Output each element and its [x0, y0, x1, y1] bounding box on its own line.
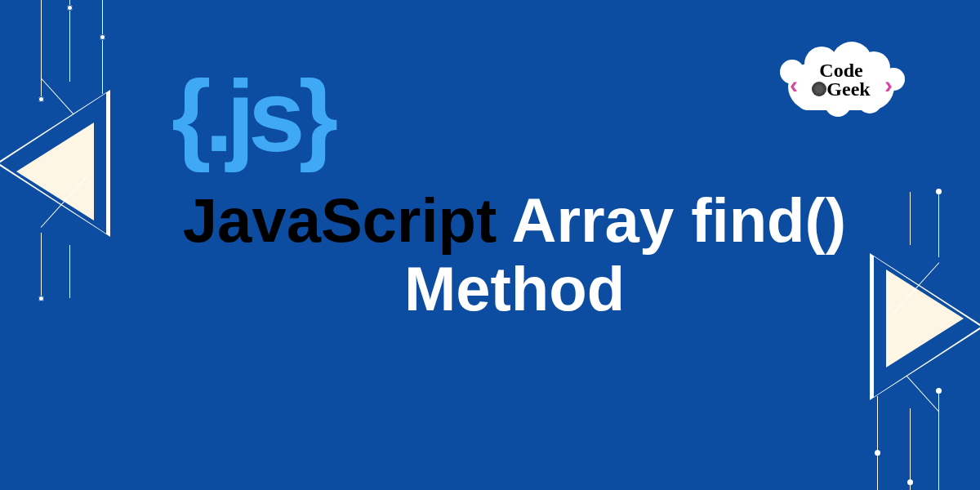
- decorative-geometry-top-left: [0, 0, 163, 310]
- deco-line: [41, 0, 42, 98]
- deco-dot: [907, 479, 913, 485]
- deco-dot: [936, 189, 942, 194]
- triangle-fill-icon: [16, 122, 94, 220]
- deco-line: [102, 0, 103, 94]
- angle-bracket-right-icon: ›: [884, 71, 893, 99]
- deco-dot: [38, 296, 44, 301]
- codeforgeek-cloud-logo: ‹ Code Geek ›: [768, 37, 915, 135]
- logo-word-geek: Geek: [796, 80, 886, 99]
- deco-line: [938, 392, 939, 490]
- heading-line-2: Method: [147, 253, 882, 324]
- deco-dot: [936, 388, 942, 394]
- deco-line: [69, 245, 70, 298]
- main-heading: JavaScript Array find() Method: [147, 188, 882, 324]
- deco-dot: [67, 5, 73, 11]
- cloud-logo-text: ‹ Code Geek ›: [796, 61, 886, 99]
- deco-dot: [38, 96, 44, 102]
- deco-dot: [875, 450, 880, 456]
- heading-array-find-word: Array find(): [497, 185, 846, 255]
- heading-line-1: JavaScript Array find(): [147, 188, 882, 253]
- javascript-logo-icon: {.js}: [172, 57, 332, 174]
- deco-line: [69, 0, 70, 82]
- deco-line: [910, 192, 911, 245]
- heading-javascript-word: JavaScript: [183, 185, 497, 255]
- deco-line: [877, 396, 878, 490]
- deco-line: [910, 408, 911, 490]
- angle-bracket-left-icon: ‹: [790, 71, 798, 99]
- triangle-fill-icon: [886, 270, 964, 368]
- logo-word-code: Code: [796, 61, 886, 80]
- geek-face-icon: [812, 82, 826, 96]
- deco-line: [938, 192, 939, 257]
- deco-line: [41, 233, 42, 298]
- deco-dot: [100, 34, 105, 40]
